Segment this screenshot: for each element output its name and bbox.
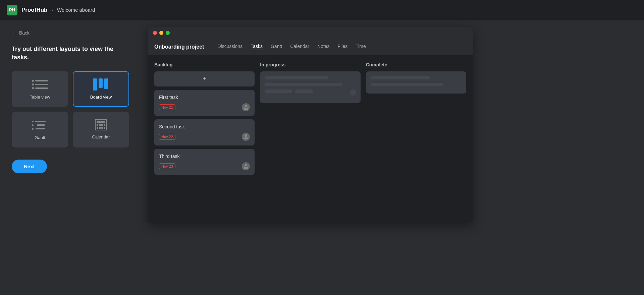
inprogress-skeleton-card [260, 71, 360, 103]
task-title-first: First task [159, 95, 250, 100]
brand-name: ProofHub [21, 7, 47, 13]
tab-discussions[interactable]: Discussions [217, 44, 243, 50]
tab-notes[interactable]: Notes [317, 44, 330, 50]
app-header: PH ProofHub › Welcome aboard [0, 0, 644, 20]
table-view-label: Table view [30, 95, 50, 100]
view-card-table[interactable]: Table view [12, 71, 68, 107]
panel-title: Try out different layouts to view the ta… [12, 45, 129, 62]
board-content: Backlog + First task Nov 21 [148, 55, 473, 223]
task-date-first: Nov 21 [159, 104, 175, 110]
back-label: Back [19, 30, 30, 36]
add-task-button[interactable]: + [154, 71, 255, 86]
back-link[interactable]: ← Back [12, 30, 129, 36]
task-card-first[interactable]: First task Nov 21 [154, 90, 255, 116]
board-col-complete: Complete [366, 62, 466, 216]
task-footer-second: Nov 22 [159, 133, 250, 141]
breadcrumb-chevron: › [51, 7, 53, 13]
gantt-view-label: Gantt [35, 135, 45, 140]
view-card-board[interactable]: Board view [73, 71, 129, 107]
complete-skeleton-bar-1 [371, 76, 430, 79]
board-view-label: Board view [90, 95, 112, 100]
skeleton-bar-4 [295, 90, 313, 93]
gantt-icon [32, 119, 48, 131]
skeleton-bar-2 [265, 83, 342, 86]
window-minimize-btn[interactable] [159, 31, 163, 35]
task-card-third[interactable]: Third task Nov 23 [154, 149, 255, 175]
task-footer-first: Nov 21 [159, 103, 250, 111]
tab-gantt[interactable]: Gantt [271, 44, 282, 50]
complete-skeleton-card [366, 71, 466, 94]
task-date-third: Nov 23 [159, 163, 175, 169]
window-maximize-btn[interactable] [166, 31, 170, 35]
task-avatar-second [242, 133, 250, 141]
calendar-view-label: Calendar [92, 134, 110, 139]
skeleton-avatar [350, 90, 356, 96]
task-title-second: Second task [159, 124, 250, 129]
tab-tasks[interactable]: Tasks [251, 44, 263, 50]
main-layout: ← Back Try out different layouts to view… [0, 20, 644, 295]
right-panel: Onboarding project Discussions Tasks Gan… [141, 20, 644, 295]
tab-calendar[interactable]: Calendar [290, 44, 309, 50]
task-date-second: Nov 22 [159, 134, 175, 140]
window-titlebar [148, 27, 473, 39]
view-grid: Table view Board view [12, 71, 129, 148]
window-close-btn[interactable] [153, 31, 157, 35]
breadcrumb: Welcome aboard [57, 7, 95, 13]
project-nav: Onboarding project Discussions Tasks Gan… [148, 39, 473, 55]
tab-files[interactable]: Files [338, 44, 348, 50]
app-window: Onboarding project Discussions Tasks Gan… [148, 27, 473, 223]
logo-box: PH [7, 5, 17, 15]
logo-text: PH [9, 7, 15, 12]
calendar-icon [95, 119, 107, 130]
table-icon [32, 78, 48, 91]
skeleton-bar-1 [265, 76, 328, 79]
backlog-header: Backlog [154, 62, 255, 67]
board-col-backlog: Backlog + First task Nov 21 [154, 62, 255, 216]
nav-tabs: Discussions Tasks Gantt Calendar Notes F… [217, 44, 366, 50]
complete-header: Complete [366, 62, 466, 67]
task-card-second[interactable]: Second task Nov 22 [154, 119, 255, 145]
view-card-calendar[interactable]: Calendar [73, 112, 129, 148]
next-button[interactable]: Next [12, 160, 47, 173]
left-panel: ← Back Try out different layouts to view… [0, 20, 141, 295]
board-icon [93, 78, 109, 91]
view-card-gantt[interactable]: Gantt [12, 112, 68, 148]
task-avatar-first [242, 103, 250, 111]
task-footer-third: Nov 23 [159, 162, 250, 170]
back-arrow-icon: ← [12, 30, 16, 36]
complete-skeleton-bar-2 [371, 83, 443, 86]
task-avatar-third [242, 162, 250, 170]
board-col-inprogress: In progress [260, 62, 360, 216]
tab-time[interactable]: Time [356, 44, 366, 50]
inprogress-header: In progress [260, 62, 360, 67]
skeleton-row [265, 90, 356, 96]
project-name: Onboarding project [154, 44, 204, 50]
task-title-third: Third task [159, 154, 250, 159]
skeleton-bar-3 [265, 90, 292, 93]
